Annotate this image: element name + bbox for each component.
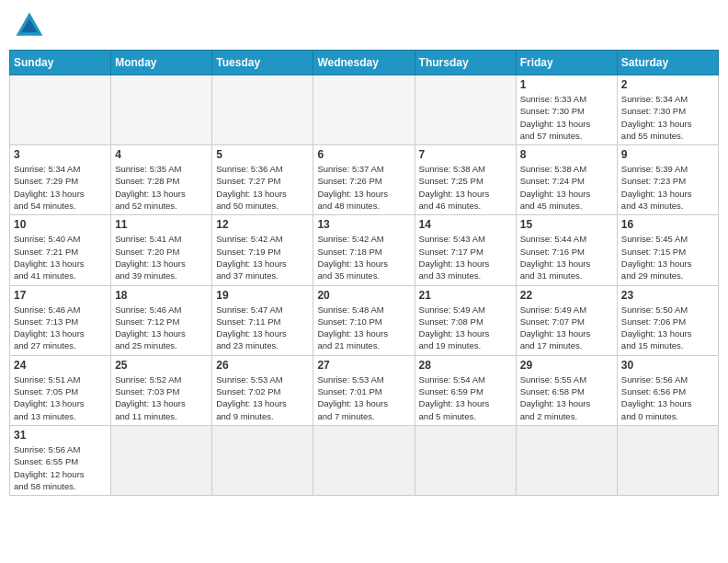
calendar-cell: 5Sunrise: 5:36 AM Sunset: 7:27 PM Daylig…	[212, 145, 313, 215]
day-number: 28	[419, 359, 512, 372]
day-info: Sunrise: 5:52 AM Sunset: 7:03 PM Dayligh…	[115, 373, 208, 422]
day-info: Sunrise: 5:39 AM Sunset: 7:23 PM Dayligh…	[621, 163, 714, 212]
day-number: 3	[14, 148, 107, 161]
calendar-cell: 25Sunrise: 5:52 AM Sunset: 7:03 PM Dayli…	[111, 355, 212, 425]
calendar-cell	[10, 75, 111, 145]
calendar-table: SundayMondayTuesdayWednesdayThursdayFrid…	[9, 50, 719, 496]
day-info: Sunrise: 5:35 AM Sunset: 7:28 PM Dayligh…	[115, 163, 208, 212]
day-info: Sunrise: 5:53 AM Sunset: 7:02 PM Dayligh…	[216, 373, 309, 422]
calendar-cell: 26Sunrise: 5:53 AM Sunset: 7:02 PM Dayli…	[212, 355, 313, 425]
page-header	[9, 9, 719, 42]
day-number: 5	[216, 148, 309, 161]
day-number: 30	[621, 359, 714, 372]
day-number: 26	[216, 359, 309, 372]
day-info: Sunrise: 5:54 AM Sunset: 6:59 PM Dayligh…	[419, 373, 512, 422]
calendar-week-row: 17Sunrise: 5:46 AM Sunset: 7:13 PM Dayli…	[10, 285, 719, 355]
day-number: 7	[419, 148, 512, 161]
day-info: Sunrise: 5:44 AM Sunset: 7:16 PM Dayligh…	[520, 233, 613, 282]
calendar-cell	[313, 425, 415, 495]
day-info: Sunrise: 5:46 AM Sunset: 7:12 PM Dayligh…	[115, 304, 208, 352]
day-header-sunday: Sunday	[10, 51, 111, 75]
day-info: Sunrise: 5:56 AM Sunset: 6:55 PM Dayligh…	[14, 443, 107, 492]
calendar-cell	[415, 425, 516, 495]
day-number: 12	[216, 218, 309, 231]
calendar-cell: 23Sunrise: 5:50 AM Sunset: 7:06 PM Dayli…	[617, 285, 718, 355]
calendar-cell: 31Sunrise: 5:56 AM Sunset: 6:55 PM Dayli…	[10, 425, 111, 495]
calendar-cell: 4Sunrise: 5:35 AM Sunset: 7:28 PM Daylig…	[111, 145, 212, 215]
calendar-week-row: 3Sunrise: 5:34 AM Sunset: 7:29 PM Daylig…	[10, 145, 719, 215]
day-header-saturday: Saturday	[617, 51, 718, 75]
day-header-monday: Monday	[111, 51, 212, 75]
calendar-cell	[111, 425, 212, 495]
day-info: Sunrise: 5:37 AM Sunset: 7:26 PM Dayligh…	[317, 163, 410, 212]
calendar-cell: 2Sunrise: 5:34 AM Sunset: 7:30 PM Daylig…	[617, 75, 718, 145]
day-header-row: SundayMondayTuesdayWednesdayThursdayFrid…	[10, 51, 719, 75]
day-header-wednesday: Wednesday	[313, 51, 415, 75]
day-number: 23	[621, 289, 714, 302]
day-info: Sunrise: 5:36 AM Sunset: 7:27 PM Dayligh…	[216, 163, 309, 212]
calendar-cell	[617, 425, 718, 495]
day-info: Sunrise: 5:55 AM Sunset: 6:58 PM Dayligh…	[520, 373, 613, 422]
day-number: 22	[520, 289, 613, 302]
day-number: 2	[621, 78, 714, 91]
calendar-cell: 3Sunrise: 5:34 AM Sunset: 7:29 PM Daylig…	[10, 145, 111, 215]
day-number: 17	[14, 289, 107, 302]
day-number: 27	[317, 359, 410, 372]
calendar-cell: 27Sunrise: 5:53 AM Sunset: 7:01 PM Dayli…	[313, 355, 415, 425]
day-number: 16	[621, 218, 714, 231]
calendar-cell: 19Sunrise: 5:47 AM Sunset: 7:11 PM Dayli…	[212, 285, 313, 355]
day-number: 4	[115, 148, 208, 161]
day-number: 15	[520, 218, 613, 231]
day-number: 11	[115, 218, 208, 231]
calendar-cell: 13Sunrise: 5:42 AM Sunset: 7:18 PM Dayli…	[313, 215, 415, 285]
calendar-cell: 17Sunrise: 5:46 AM Sunset: 7:13 PM Dayli…	[10, 285, 111, 355]
day-info: Sunrise: 5:38 AM Sunset: 7:24 PM Dayligh…	[520, 163, 613, 212]
calendar-week-row: 10Sunrise: 5:40 AM Sunset: 7:21 PM Dayli…	[10, 215, 719, 285]
day-header-tuesday: Tuesday	[212, 51, 313, 75]
day-number: 31	[14, 429, 107, 442]
day-info: Sunrise: 5:46 AM Sunset: 7:13 PM Dayligh…	[14, 304, 107, 352]
day-number: 20	[317, 289, 410, 302]
calendar-cell: 21Sunrise: 5:49 AM Sunset: 7:08 PM Dayli…	[415, 285, 516, 355]
calendar-cell: 6Sunrise: 5:37 AM Sunset: 7:26 PM Daylig…	[313, 145, 415, 215]
calendar-cell: 22Sunrise: 5:49 AM Sunset: 7:07 PM Dayli…	[516, 285, 617, 355]
day-info: Sunrise: 5:56 AM Sunset: 6:56 PM Dayligh…	[621, 373, 714, 422]
calendar-cell: 1Sunrise: 5:33 AM Sunset: 7:30 PM Daylig…	[516, 75, 617, 145]
day-info: Sunrise: 5:34 AM Sunset: 7:30 PM Dayligh…	[621, 93, 714, 142]
day-number: 18	[115, 289, 208, 302]
calendar-cell	[415, 75, 516, 145]
logo-icon	[13, 9, 46, 42]
calendar-cell	[212, 425, 313, 495]
calendar-cell	[111, 75, 212, 145]
calendar-cell	[516, 425, 617, 495]
calendar-cell: 10Sunrise: 5:40 AM Sunset: 7:21 PM Dayli…	[10, 215, 111, 285]
day-number: 1	[520, 78, 613, 91]
day-number: 25	[115, 359, 208, 372]
day-info: Sunrise: 5:51 AM Sunset: 7:05 PM Dayligh…	[14, 373, 107, 422]
day-number: 24	[14, 359, 107, 372]
calendar-cell: 14Sunrise: 5:43 AM Sunset: 7:17 PM Dayli…	[415, 215, 516, 285]
day-info: Sunrise: 5:42 AM Sunset: 7:19 PM Dayligh…	[216, 233, 309, 282]
calendar-cell: 9Sunrise: 5:39 AM Sunset: 7:23 PM Daylig…	[617, 145, 718, 215]
day-number: 6	[317, 148, 410, 161]
calendar-cell	[212, 75, 313, 145]
day-info: Sunrise: 5:34 AM Sunset: 7:29 PM Dayligh…	[14, 163, 107, 212]
day-number: 19	[216, 289, 309, 302]
day-number: 21	[419, 289, 512, 302]
calendar-cell: 20Sunrise: 5:48 AM Sunset: 7:10 PM Dayli…	[313, 285, 415, 355]
day-number: 14	[419, 218, 512, 231]
day-info: Sunrise: 5:48 AM Sunset: 7:10 PM Dayligh…	[317, 304, 410, 352]
calendar-cell: 7Sunrise: 5:38 AM Sunset: 7:25 PM Daylig…	[415, 145, 516, 215]
calendar-cell: 24Sunrise: 5:51 AM Sunset: 7:05 PM Dayli…	[10, 355, 111, 425]
calendar-cell: 29Sunrise: 5:55 AM Sunset: 6:58 PM Dayli…	[516, 355, 617, 425]
day-number: 13	[317, 218, 410, 231]
day-number: 8	[520, 148, 613, 161]
day-info: Sunrise: 5:42 AM Sunset: 7:18 PM Dayligh…	[317, 233, 410, 282]
calendar-week-row: 1Sunrise: 5:33 AM Sunset: 7:30 PM Daylig…	[10, 75, 719, 145]
day-number: 29	[520, 359, 613, 372]
day-number: 10	[14, 218, 107, 231]
day-info: Sunrise: 5:43 AM Sunset: 7:17 PM Dayligh…	[419, 233, 512, 282]
calendar-cell: 8Sunrise: 5:38 AM Sunset: 7:24 PM Daylig…	[516, 145, 617, 215]
calendar-cell: 18Sunrise: 5:46 AM Sunset: 7:12 PM Dayli…	[111, 285, 212, 355]
day-info: Sunrise: 5:49 AM Sunset: 7:08 PM Dayligh…	[419, 304, 512, 352]
